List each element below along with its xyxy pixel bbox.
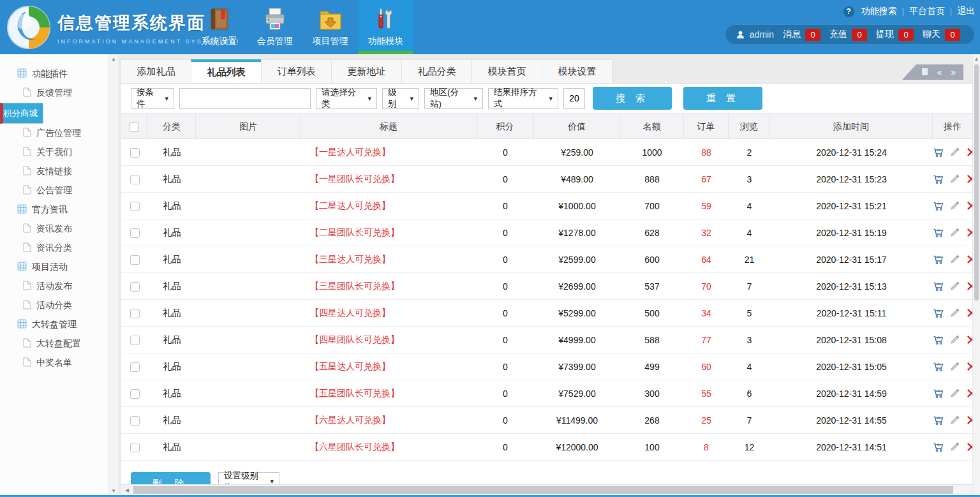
- gift-orders[interactable]: 34: [684, 308, 729, 318]
- row-checkbox[interactable]: [130, 255, 140, 265]
- gift-title[interactable]: 【四星达人可兑换】: [301, 308, 477, 319]
- edit-icon[interactable]: [949, 174, 960, 184]
- sort-select[interactable]: 结果排序方式▾: [488, 88, 558, 109]
- row-checkbox[interactable]: [130, 148, 140, 158]
- edit-icon[interactable]: [949, 388, 960, 399]
- nav-item-function-modules[interactable]: 功能模块: [358, 0, 413, 54]
- gift-orders[interactable]: 32: [684, 228, 729, 238]
- sidebar-item-about-us[interactable]: 关于我们: [0, 143, 108, 162]
- cart-icon[interactable]: [933, 200, 944, 211]
- sidebar-item-winners-list[interactable]: 中奖名单: [0, 353, 108, 373]
- stat-chat[interactable]: 聊天 0: [923, 29, 960, 41]
- gift-title[interactable]: 【一星达人可兑换】: [301, 147, 477, 158]
- row-checkbox[interactable]: [130, 416, 140, 426]
- page-size-input[interactable]: [563, 88, 585, 109]
- edit-icon[interactable]: [949, 254, 960, 265]
- gift-orders[interactable]: 64: [684, 255, 729, 265]
- category-select[interactable]: 请选择分类▾: [316, 88, 377, 109]
- sidebar-item-feedback[interactable]: 反馈管理: [0, 84, 108, 103]
- row-checkbox[interactable]: [130, 282, 140, 292]
- sidebar-group-project-activities[interactable]: 项目活动: [0, 258, 108, 277]
- gift-orders[interactable]: 70: [684, 281, 729, 292]
- sidebar-group-official-news[interactable]: 官方资讯: [0, 200, 108, 219]
- nav-item-system-settings[interactable]: 系统设置: [191, 0, 247, 54]
- scroll-up-icon[interactable]: ▲: [973, 54, 980, 63]
- scroll-tabs-right-icon[interactable]: »: [951, 68, 956, 77]
- cart-icon[interactable]: [933, 308, 944, 318]
- level-select[interactable]: 级别▾: [382, 88, 419, 109]
- cart-icon[interactable]: [933, 334, 944, 345]
- edit-icon[interactable]: [949, 361, 960, 372]
- cart-icon[interactable]: [933, 147, 944, 158]
- gift-orders[interactable]: 77: [684, 335, 729, 345]
- stat-withdraw[interactable]: 提现 0: [876, 29, 914, 41]
- cart-icon[interactable]: [933, 361, 944, 372]
- cart-icon[interactable]: [933, 227, 944, 238]
- cart-icon[interactable]: [933, 254, 944, 265]
- tab-gift-list[interactable]: 礼品列表: [191, 59, 262, 83]
- gift-orders[interactable]: 8: [684, 442, 729, 452]
- region-select[interactable]: 地区(分站)▾: [424, 88, 483, 109]
- scroll-left-icon[interactable]: ◀: [122, 485, 131, 496]
- sidebar-item-ad-management[interactable]: 广告位管理: [0, 124, 108, 143]
- cart-icon[interactable]: [933, 415, 944, 426]
- sidebar-group-wheel-management[interactable]: 大转盘管理: [0, 315, 108, 334]
- sidebar-item-friend-links[interactable]: 友情链接: [0, 162, 108, 181]
- tab-order-list[interactable]: 订单列表: [261, 59, 332, 83]
- edit-icon[interactable]: [949, 441, 960, 452]
- edit-icon[interactable]: [949, 334, 960, 345]
- edit-icon[interactable]: [949, 227, 960, 238]
- gift-orders[interactable]: 55: [684, 389, 729, 399]
- gift-title[interactable]: 【五星团队长可兑换】: [301, 388, 477, 399]
- gift-orders[interactable]: 60: [684, 362, 729, 372]
- nav-item-project-management[interactable]: 项目管理: [302, 0, 358, 54]
- help-icon[interactable]: ?: [843, 6, 854, 17]
- scroll-down-icon[interactable]: ▼: [109, 486, 118, 495]
- gift-orders[interactable]: 88: [684, 147, 729, 158]
- stat-messages[interactable]: 消息 0: [783, 29, 820, 41]
- search-button[interactable]: 搜 索: [593, 87, 672, 110]
- tab-module-home[interactable]: 模块首页: [471, 59, 542, 83]
- tab-gift-categories[interactable]: 礼品分类: [401, 59, 472, 83]
- horizontal-scroll-thumb[interactable]: [133, 486, 953, 494]
- edit-icon[interactable]: [949, 308, 960, 318]
- link-logout[interactable]: 退出: [957, 6, 975, 17]
- tab-list-icon[interactable]: [922, 68, 928, 77]
- vertical-scroll-thumb[interactable]: [974, 64, 979, 300]
- user-name[interactable]: admin: [736, 29, 774, 40]
- row-checkbox[interactable]: [130, 336, 140, 345]
- row-checkbox[interactable]: [130, 389, 140, 399]
- edit-icon[interactable]: [949, 281, 960, 292]
- gift-title[interactable]: 【四星团队长可兑换】: [301, 334, 477, 346]
- stat-recharge[interactable]: 充值 0: [829, 29, 867, 41]
- select-all-checkbox[interactable]: [130, 122, 139, 132]
- cart-icon[interactable]: [933, 441, 944, 452]
- gift-title[interactable]: 【三星团队长可兑换】: [301, 281, 477, 292]
- gift-orders[interactable]: 67: [684, 174, 729, 184]
- edit-icon[interactable]: [949, 415, 960, 426]
- gift-title[interactable]: 【三星达人可兑换】: [301, 254, 477, 265]
- sidebar-item-announcements[interactable]: 公告管理: [0, 181, 108, 200]
- sidebar-item-news-categories[interactable]: 资讯分类: [0, 239, 108, 258]
- edit-icon[interactable]: [949, 147, 960, 158]
- sidebar-item-activity-publish[interactable]: 活动发布: [0, 277, 108, 296]
- gift-title[interactable]: 【六星达人可兑换】: [301, 415, 477, 426]
- row-checkbox[interactable]: [130, 202, 140, 211]
- gift-orders[interactable]: 25: [684, 415, 729, 426]
- gift-title[interactable]: 【二星团队长可兑换】: [301, 227, 477, 239]
- gift-title[interactable]: 【二星达人可兑换】: [301, 200, 477, 212]
- horizontal-scrollbar[interactable]: ◀: [121, 484, 972, 495]
- link-platform-home[interactable]: 平台首页: [909, 6, 945, 17]
- keyword-input[interactable]: [179, 88, 311, 109]
- cart-icon[interactable]: [933, 281, 944, 292]
- sidebar-item-activity-categories[interactable]: 活动分类: [0, 296, 108, 315]
- main-scrollbar[interactable]: ▲: [972, 54, 980, 495]
- tab-update-address[interactable]: 更新地址: [331, 59, 402, 83]
- row-checkbox[interactable]: [130, 309, 140, 318]
- row-checkbox[interactable]: [130, 175, 140, 184]
- nav-item-member-management[interactable]: 会员管理: [247, 0, 302, 54]
- row-checkbox[interactable]: [130, 443, 140, 452]
- scroll-up-icon[interactable]: ▲: [109, 54, 118, 63]
- sidebar-item-news-publish[interactable]: 资讯发布: [0, 219, 108, 239]
- tab-module-settings[interactable]: 模块设置: [542, 59, 612, 83]
